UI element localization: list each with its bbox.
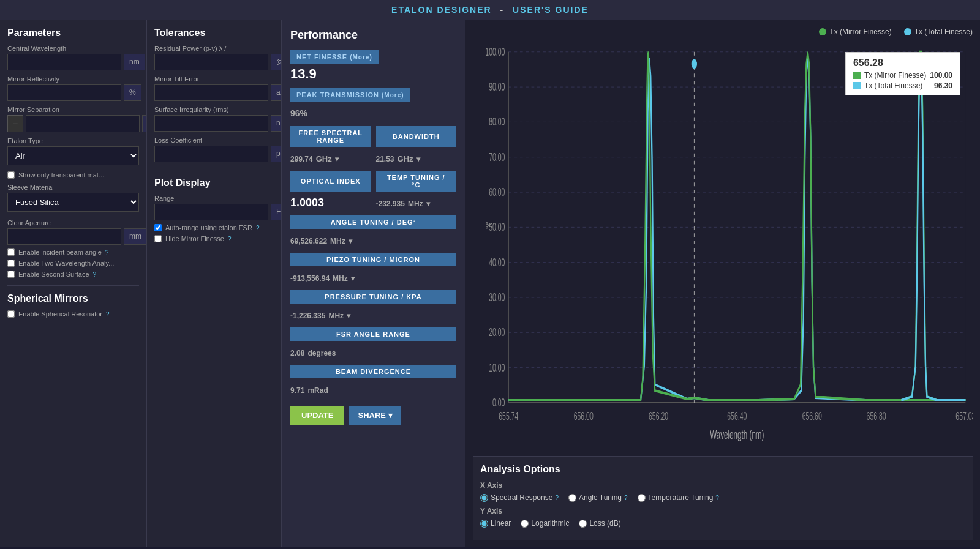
temp-tuning-dropdown[interactable]: ▾ [426,200,430,208]
svg-text:100.00: 100.00 [485,46,505,58]
y-log-option[interactable]: Logarithmic [521,519,569,528]
clear-aperture-input[interactable]: 20 [7,228,121,245]
guide-link[interactable]: USER'S GUIDE [513,5,589,15]
pressure-tuning-dropdown[interactable]: ▾ [347,312,350,320]
temp-tuning-value: -232.935 MHz ▾ [376,196,457,209]
x-spectral-radio[interactable] [480,494,488,502]
net-finesse-value: 13.9 [290,66,456,82]
enable-two-wavelength-checkbox[interactable] [7,260,15,267]
angle-tuning-value: 69,526.622 MHz ▾ [290,234,456,247]
legend-mirror-finesse-label: Tx (Mirror Finesse) [829,28,891,36]
plot-display-section: Plot Display Range 3 FSR Auto-range usin… [154,177,274,242]
hide-mirror-help[interactable]: ? [228,236,232,242]
hide-mirror-checkbox[interactable] [154,235,162,242]
net-finesse-label: NET FINESSE [296,53,347,61]
fsr-angle-range-value: 2.08 degrees [290,346,456,359]
optical-index-btn[interactable]: OPTICAL INDEX [290,171,371,192]
chart-panel: Tx (Mirror Finesse) Tx (Total Finesse) [466,20,980,547]
angle-tuning-dropdown[interactable]: ▾ [349,237,352,245]
svg-text:657.03: 657.03 [956,410,973,422]
svg-text:90.00: 90.00 [489,81,505,92]
legend-mirror-finesse-dot [819,28,826,35]
update-button[interactable]: UPDATE [290,406,344,425]
bandwidth-value: 21.53 GHz ▾ [376,152,457,165]
peak-transmission-btn[interactable]: PEAK TRANSMISSION (More) [290,88,410,102]
y-loss-option[interactable]: Loss (dB) [579,519,620,528]
surface-irregularity-label: Surface Irregularity (rms) [154,106,274,113]
mirror-separation-minus[interactable]: − [7,115,23,132]
fsr-angle-range-btn[interactable]: FSR ANGLE RANGE [290,327,456,341]
net-finesse-btn[interactable]: NET FINESSE (More) [290,50,379,64]
show-transparent-label: Show only transparent mat... [18,171,104,179]
enable-second-surface-row: Enable Second Surface ? [7,271,139,278]
performance-title: Performance [290,29,456,42]
legend-mirror-finesse: Tx (Mirror Finesse) [819,28,891,36]
parameters-title: Parameters [7,28,139,39]
x-temp-label: Temperature Tuning [648,493,714,502]
surface-irregularity-unit: nm [271,115,282,132]
loss-coefficient-unit: ppm [271,146,282,162]
residual-power-input[interactable]: 200 [154,54,268,70]
enable-incident-beam-help[interactable]: ? [105,249,109,256]
enable-spherical-help[interactable]: ? [106,311,110,318]
y-axis-options: Linear Logarithmic Loss (dB) [480,519,965,528]
temp-tuning-btn[interactable]: TEMP TUNING / °C [376,171,457,192]
enable-second-surface-help[interactable]: ? [93,271,97,278]
mirror-reflectivity-input[interactable]: 80.5 [7,84,121,101]
net-finesse-more: (More) [350,54,372,61]
analysis-options-section: Analysis Options X Axis Spectral Respons… [473,456,973,540]
central-wavelength-input[interactable]: 656.38 [7,54,121,70]
loss-coefficient-input[interactable]: 50 [154,146,268,162]
share-button[interactable]: SHARE ▾ [349,406,401,425]
x-spectral-option[interactable]: Spectral Response ? [480,493,559,502]
x-angle-radio[interactable] [568,494,576,502]
piezo-tuning-dropdown[interactable]: ▾ [351,274,355,283]
piezo-tuning-btn[interactable]: PIEZO TUNING / MICRON [290,253,456,266]
enable-second-surface-checkbox[interactable] [7,271,15,278]
auto-range-checkbox[interactable] [154,224,162,231]
y-log-radio[interactable] [521,520,529,528]
fsr-btn[interactable]: FREE SPECTRAL RANGE [290,126,371,147]
svg-text:Wavelength (nm): Wavelength (nm) [710,428,764,441]
svg-text:656.20: 656.20 [649,410,668,422]
mirror-separation-input[interactable]: 0.49995 [26,115,140,132]
tolerances-title: Tolerances [154,28,274,39]
x-temp-option[interactable]: Temperature Tuning ? [638,493,719,502]
residual-power-label: Residual Power (p-v) λ / [154,45,274,52]
bandwidth-btn[interactable]: BANDWIDTH [376,126,457,147]
mirror-reflectivity-label: Mirror Reflectivity [7,75,139,83]
residual-power-unit: @633nm [271,54,282,70]
x-spectral-help[interactable]: ? [555,495,559,501]
y-linear-radio[interactable] [480,520,488,528]
range-input[interactable]: 3 [154,204,268,220]
svg-text:40.00: 40.00 [489,256,505,268]
x-temp-radio[interactable] [638,494,646,502]
y-loss-radio[interactable] [579,520,587,528]
chart-area[interactable]: 100.00 90.00 80.00 70.00 60.00 50.00 40.… [473,40,973,451]
pressure-tuning-btn[interactable]: PRESSURE TUNING / KPA [290,290,456,304]
svg-rect-0 [508,52,965,403]
fsr-value: 299.74 GHz ▾ [290,152,371,165]
y-linear-option[interactable]: Linear [480,519,511,528]
y-linear-label: Linear [491,519,511,528]
beam-divergence-btn[interactable]: BEAM DIVERGENCE [290,365,456,378]
peak-transmission-value: 96% [290,104,456,120]
svg-text:70.00: 70.00 [489,151,505,163]
surface-irregularity-input[interactable]: 1.5 [154,115,268,132]
bandwidth-dropdown[interactable]: ▾ [417,155,420,163]
angle-tuning-btn[interactable]: ANGLE TUNING / DEG² [290,215,456,229]
chart-svg: 100.00 90.00 80.00 70.00 60.00 50.00 40.… [473,40,973,451]
fsr-dropdown[interactable]: ▾ [335,155,339,163]
x-angle-option[interactable]: Angle Tuning ? [568,493,628,502]
show-transparent-checkbox[interactable] [7,171,15,179]
enable-incident-beam-checkbox[interactable] [7,248,15,256]
mirror-tilt-input[interactable]: 0.05 [154,84,268,101]
x-angle-help[interactable]: ? [624,495,628,501]
sleeve-material-select[interactable]: Fused Silica BK7 Zerodur [7,193,139,212]
svg-text:656.00: 656.00 [574,410,594,422]
enable-spherical-checkbox[interactable] [7,310,15,318]
etalon-type-select[interactable]: Air Solid Custom [7,146,139,165]
svg-text:655.74: 655.74 [499,410,518,422]
auto-range-help[interactable]: ? [256,225,260,231]
x-temp-help[interactable]: ? [715,495,719,501]
